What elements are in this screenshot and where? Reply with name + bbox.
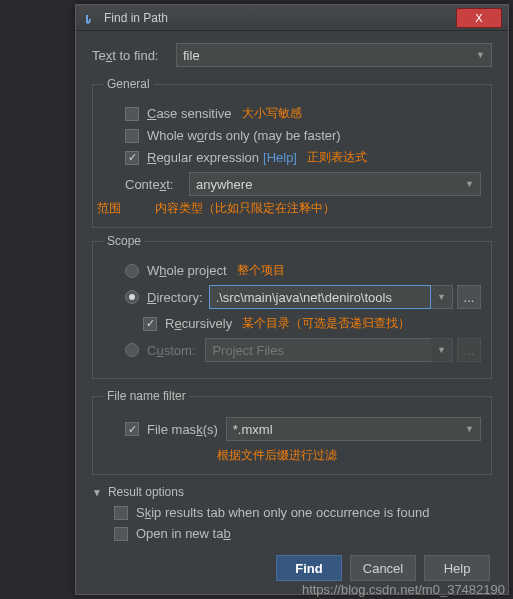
custom-browse-button: ... bbox=[457, 338, 481, 362]
skip-tab-label: Skip results tab when only one occurrenc… bbox=[136, 505, 429, 520]
window-title: Find in Path bbox=[104, 11, 456, 25]
case-sensitive-checkbox[interactable] bbox=[125, 107, 139, 121]
text-to-find-label: Text to find: bbox=[92, 48, 176, 63]
result-options-label: Result options bbox=[108, 485, 184, 499]
directory-browse-button[interactable]: ... bbox=[457, 285, 481, 309]
triangle-down-icon: ▼ bbox=[92, 487, 102, 498]
ellipsis-icon: ... bbox=[464, 290, 475, 305]
chevron-down-icon[interactable]: ▼ bbox=[470, 43, 492, 67]
whole-project-radio[interactable] bbox=[125, 264, 139, 278]
scope-bottom-note: 内容类型（比如只限定在注释中） bbox=[155, 200, 335, 217]
open-new-tab-checkbox[interactable] bbox=[114, 527, 128, 541]
directory-radio[interactable] bbox=[125, 290, 139, 304]
chevron-down-icon: ▼ bbox=[431, 338, 453, 362]
button-bar: Find Cancel Help bbox=[92, 555, 492, 581]
file-filter-group: File name filter File mask(s) ▼ 根据文件后缀进行… bbox=[92, 389, 492, 475]
app-icon bbox=[82, 10, 98, 26]
context-label: Context: bbox=[125, 177, 189, 192]
directory-input[interactable] bbox=[209, 285, 431, 309]
regex-note: 正则表达式 bbox=[307, 149, 367, 166]
text-to-find-combo[interactable]: ▼ bbox=[176, 43, 492, 67]
ellipsis-icon: ... bbox=[464, 343, 475, 358]
cancel-button[interactable]: Cancel bbox=[350, 555, 416, 581]
close-button[interactable]: X bbox=[456, 8, 502, 28]
file-mask-label: File mask(s) bbox=[147, 422, 218, 437]
recursively-note: 某个目录（可选是否递归查找） bbox=[242, 315, 410, 332]
recursively-checkbox[interactable] bbox=[143, 317, 157, 331]
file-filter-note: 根据文件后缀进行过滤 bbox=[217, 448, 337, 462]
case-sensitive-label: Case sensitive bbox=[147, 106, 232, 121]
find-button[interactable]: Find bbox=[276, 555, 342, 581]
close-icon: X bbox=[475, 12, 482, 24]
help-button[interactable]: Help bbox=[424, 555, 490, 581]
custom-label: Custom: bbox=[147, 343, 195, 358]
chevron-down-icon[interactable]: ▼ bbox=[459, 172, 481, 196]
context-input[interactable] bbox=[189, 172, 459, 196]
find-in-path-dialog: Find in Path X Text to find: ▼ General C… bbox=[75, 4, 509, 595]
scope-legend: Scope bbox=[103, 234, 145, 248]
regex-checkbox[interactable] bbox=[125, 151, 139, 165]
result-options-header[interactable]: ▼ Result options bbox=[92, 485, 492, 499]
open-new-tab-label: Open in new tab bbox=[136, 526, 231, 541]
general-legend: General bbox=[103, 77, 154, 91]
whole-project-label: Whole project bbox=[147, 263, 227, 278]
custom-radio[interactable] bbox=[125, 343, 139, 357]
text-to-find-input[interactable] bbox=[176, 43, 470, 67]
scope-top-note: 范围 bbox=[97, 200, 121, 217]
directory-label: Directory: bbox=[147, 290, 203, 305]
titlebar: Find in Path X bbox=[76, 5, 508, 31]
recursively-label: Recursively bbox=[165, 316, 232, 331]
file-mask-checkbox[interactable] bbox=[125, 422, 139, 436]
regex-label: Regular expression bbox=[147, 150, 259, 165]
context-combo[interactable]: ▼ bbox=[189, 172, 481, 196]
whole-words-checkbox[interactable] bbox=[125, 129, 139, 143]
file-mask-combo[interactable]: ▼ bbox=[226, 417, 481, 441]
file-filter-legend: File name filter bbox=[103, 389, 190, 403]
regex-help-link[interactable]: [Help] bbox=[263, 150, 297, 165]
file-mask-input[interactable] bbox=[226, 417, 459, 441]
watermark: https://blog.csdn.net/m0_37482190 bbox=[302, 582, 505, 597]
scope-group: Scope Whole project 整个项目 Directory: ▼ ..… bbox=[92, 234, 492, 379]
whole-project-note: 整个项目 bbox=[237, 262, 285, 279]
case-sensitive-note: 大小写敏感 bbox=[242, 105, 302, 122]
custom-input bbox=[205, 338, 431, 362]
directory-combo[interactable]: ▼ bbox=[209, 285, 453, 309]
whole-words-label: Whole words only (may be faster) bbox=[147, 128, 341, 143]
chevron-down-icon[interactable]: ▼ bbox=[459, 417, 481, 441]
general-group: General Case sensitive 大小写敏感 Whole words… bbox=[92, 77, 492, 228]
custom-combo: ▼ bbox=[205, 338, 453, 362]
skip-tab-checkbox[interactable] bbox=[114, 506, 128, 520]
chevron-down-icon[interactable]: ▼ bbox=[431, 285, 453, 309]
